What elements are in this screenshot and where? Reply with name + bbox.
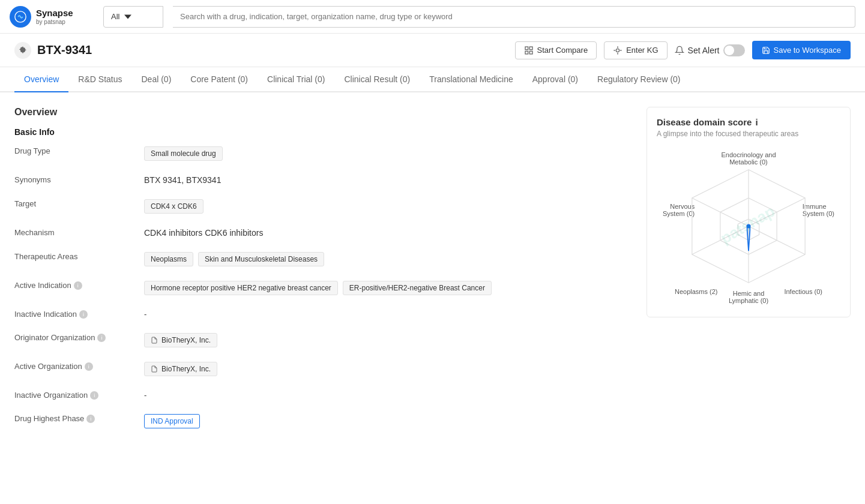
tab-clinical-result[interactable]: Clinical Result (0)	[334, 67, 420, 92]
main-content: Overview Basic Info Drug Type Small mole…	[0, 92, 865, 457]
value-target: CDK4 x CDK6	[144, 199, 203, 214]
search-filter-dropdown[interactable]: All	[103, 6, 163, 28]
label-target: Target	[14, 199, 134, 208]
tag-neoplasms[interactable]: Neoplasms	[144, 252, 193, 266]
drug-highest-phase-info-icon[interactable]: i	[86, 415, 95, 423]
active-indication-info-icon[interactable]: i	[74, 281, 82, 290]
tab-translational-medicine[interactable]: Translational Medicine	[420, 67, 523, 92]
logo-sub: by patsnap	[36, 19, 73, 26]
tab-rd-status[interactable]: R&D Status	[68, 67, 131, 92]
disease-domain-title-text: Disease domain score	[657, 117, 752, 127]
top-nav: Synapse by patsnap All	[0, 0, 865, 34]
inactive-org-info-icon[interactable]: i	[90, 391, 98, 400]
row-target: Target CDK4 x CDK6	[14, 199, 632, 214]
active-org-info-icon[interactable]: i	[85, 362, 93, 371]
disease-domain-card: Disease domain score i A glimpse into th…	[646, 107, 851, 317]
inactive-indication-dash: -	[144, 310, 146, 319]
label-inactive-indication: Inactive Indication i	[14, 310, 134, 319]
drug-header: BTX-9341 Start Compare Enter KG Set Aler…	[0, 34, 865, 67]
tab-deal[interactable]: Deal (0)	[132, 67, 181, 92]
disease-domain-title: Disease domain score i	[657, 117, 840, 127]
svg-rect-4	[525, 51, 528, 54]
label-originator-org: Originator Organization i	[14, 333, 134, 342]
disease-domain-subtitle: A glimpse into the focused therapeutic a…	[657, 130, 840, 138]
save-workspace-label: Save to Workspace	[774, 46, 841, 55]
start-compare-label: Start Compare	[537, 46, 588, 55]
label-therapeutic-areas: Therapeutic Areas	[14, 252, 134, 261]
set-alert-wrap: Set Alert	[675, 44, 745, 56]
row-active-org: Active Organization i BioTheryX, Inc.	[14, 362, 632, 376]
section-overview-title: Overview	[14, 107, 632, 118]
set-alert-label: Set Alert	[688, 46, 720, 55]
radar-chart-wrap: Endocrinology andMetabolic (0) NervousSy…	[657, 145, 840, 307]
label-mechanism: Mechanism	[14, 228, 134, 237]
label-inactive-org: Inactive Organization i	[14, 391, 134, 400]
synonyms-text: BTX 9341, BTX9341	[144, 175, 221, 185]
svg-point-5	[616, 49, 619, 52]
basic-info-title: Basic Info	[14, 127, 632, 137]
originator-org-info-icon[interactable]: i	[97, 334, 106, 342]
logo-text: Synapse by patsnap	[36, 8, 73, 26]
row-drug-type: Drug Type Small molecule drug	[14, 146, 632, 161]
value-inactive-indication: -	[144, 310, 146, 319]
row-active-indication: Active Indication i Hormone receptor pos…	[14, 281, 632, 295]
value-synonyms: BTX 9341, BTX9341	[144, 175, 221, 185]
right-panel: Disease domain score i A glimpse into th…	[646, 107, 851, 443]
toggle-knob	[725, 46, 734, 55]
label-active-org: Active Organization i	[14, 362, 134, 371]
row-inactive-org: Inactive Organization i -	[14, 391, 632, 400]
inactive-indication-info-icon[interactable]: i	[79, 310, 88, 319]
logo-area: Synapse by patsnap	[10, 6, 94, 28]
radar-svg: patsnap	[657, 145, 840, 307]
value-drug-type: Small molecule drug	[144, 146, 223, 161]
svg-rect-1	[525, 47, 528, 50]
tag-cdk4-cdk6[interactable]: CDK4 x CDK6	[144, 199, 203, 214]
tag-active-biothery[interactable]: BioTheryX, Inc.	[144, 362, 217, 376]
tag-ind-approval[interactable]: IND Approval	[144, 414, 200, 428]
enter-kg-label: Enter KG	[626, 46, 658, 55]
left-content: Overview Basic Info Drug Type Small mole…	[14, 107, 632, 443]
tag-hr-positive-her2-negative[interactable]: Hormone receptor positive HER2 negative …	[144, 281, 338, 295]
value-therapeutic-areas: Neoplasms Skin and Musculoskeletal Disea…	[144, 252, 324, 266]
drug-icon	[14, 42, 31, 59]
tag-er-positive-her2-negative[interactable]: ER-positive/HER2-negative Breast Cancer	[343, 281, 492, 295]
value-drug-highest-phase: IND Approval	[144, 414, 200, 428]
mechanism-text: CDK4 inhibitors CDK6 inhibitors	[144, 228, 263, 238]
value-originator-org: BioTheryX, Inc.	[144, 333, 217, 347]
search-input[interactable]	[180, 12, 848, 21]
tab-bar: Overview R&D Status Deal (0) Core Patent…	[0, 67, 865, 92]
row-mechanism: Mechanism CDK4 inhibitors CDK6 inhibitor…	[14, 228, 632, 238]
disease-domain-info-icon[interactable]: i	[755, 117, 758, 127]
search-filter-label: All	[111, 12, 119, 21]
save-workspace-button[interactable]: Save to Workspace	[752, 41, 851, 59]
tab-clinical-trial[interactable]: Clinical Trial (0)	[258, 67, 334, 92]
logo-icon	[10, 6, 31, 28]
tag-small-molecule: Small molecule drug	[144, 146, 223, 161]
set-alert-toggle[interactable]	[723, 44, 745, 56]
row-originator-org: Originator Organization i BioTheryX, Inc…	[14, 333, 632, 347]
start-compare-button[interactable]: Start Compare	[515, 41, 597, 59]
value-active-org: BioTheryX, Inc.	[144, 362, 217, 376]
label-drug-highest-phase: Drug Highest Phase i	[14, 414, 134, 423]
tab-approval[interactable]: Approval (0)	[523, 67, 588, 92]
label-active-indication: Active Indication i	[14, 281, 134, 290]
drug-name: BTX-9341	[37, 43, 92, 57]
value-active-indication: Hormone receptor positive HER2 negative …	[144, 281, 492, 295]
label-synonyms: Synonyms	[14, 175, 134, 184]
drug-actions: Start Compare Enter KG Set Alert	[515, 41, 851, 59]
tab-core-patent[interactable]: Core Patent (0)	[181, 67, 258, 92]
row-therapeutic-areas: Therapeutic Areas Neoplasms Skin and Mus…	[14, 252, 632, 266]
tab-regulatory-review[interactable]: Regulatory Review (0)	[588, 67, 690, 92]
value-mechanism: CDK4 inhibitors CDK6 inhibitors	[144, 228, 263, 238]
tag-originator-biothery[interactable]: BioTheryX, Inc.	[144, 333, 217, 347]
search-input-wrap	[173, 6, 855, 28]
tab-overview[interactable]: Overview	[14, 67, 68, 92]
row-drug-highest-phase: Drug Highest Phase i IND Approval	[14, 414, 632, 428]
enter-kg-button[interactable]: Enter KG	[604, 41, 667, 59]
row-inactive-indication: Inactive Indication i -	[14, 310, 632, 319]
row-synonyms: Synonyms BTX 9341, BTX9341	[14, 175, 632, 185]
svg-rect-3	[529, 51, 532, 54]
label-drug-type: Drug Type	[14, 146, 134, 155]
tag-skin-musculoskeletal[interactable]: Skin and Musculoskeletal Diseases	[198, 252, 324, 266]
drug-title: BTX-9341	[14, 42, 92, 59]
